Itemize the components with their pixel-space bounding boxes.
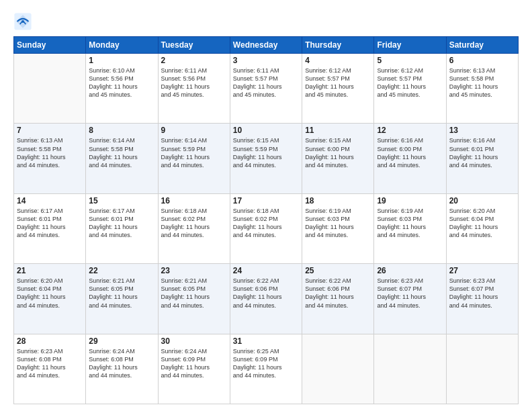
calendar-cell: 4Sunrise: 6:12 AM Sunset: 5:57 PM Daylig… (302, 54, 374, 124)
cell-info: Sunrise: 6:18 AM Sunset: 6:02 PM Dayligh… (161, 207, 227, 240)
calendar-cell (302, 334, 374, 404)
weekday-row: SundayMondayTuesdayWednesdayThursdayFrid… (14, 37, 519, 54)
day-number: 9 (161, 126, 227, 135)
weekday-header-saturday: Saturday (446, 37, 518, 54)
cell-info: Sunrise: 6:22 AM Sunset: 6:06 PM Dayligh… (305, 277, 371, 310)
logo (13, 12, 35, 31)
day-number: 31 (233, 336, 299, 346)
day-number: 25 (305, 266, 371, 275)
cell-info: Sunrise: 6:23 AM Sunset: 6:08 PM Dayligh… (17, 347, 83, 380)
calendar-cell: 7Sunrise: 6:13 AM Sunset: 5:58 PM Daylig… (14, 124, 86, 193)
cell-info: Sunrise: 6:18 AM Sunset: 6:02 PM Dayligh… (233, 207, 299, 240)
day-number: 14 (17, 196, 83, 205)
calendar-cell: 21Sunrise: 6:20 AM Sunset: 6:04 PM Dayli… (14, 264, 86, 334)
calendar-cell: 17Sunrise: 6:18 AM Sunset: 6:02 PM Dayli… (230, 193, 302, 263)
calendar-cell: 31Sunrise: 6:25 AM Sunset: 6:09 PM Dayli… (230, 334, 302, 404)
day-number: 30 (161, 336, 227, 346)
calendar-cell: 28Sunrise: 6:23 AM Sunset: 6:08 PM Dayli… (14, 334, 86, 404)
day-number: 1 (89, 56, 154, 65)
weekday-header-friday: Friday (374, 37, 446, 54)
cell-info: Sunrise: 6:20 AM Sunset: 6:04 PM Dayligh… (449, 207, 515, 240)
cell-info: Sunrise: 6:13 AM Sunset: 5:58 PM Dayligh… (449, 66, 515, 99)
cell-info: Sunrise: 6:12 AM Sunset: 5:57 PM Dayligh… (377, 66, 443, 99)
calendar-cell: 18Sunrise: 6:19 AM Sunset: 6:03 PM Dayli… (302, 193, 374, 263)
calendar-cell: 5Sunrise: 6:12 AM Sunset: 5:57 PM Daylig… (374, 54, 446, 124)
cell-info: Sunrise: 6:17 AM Sunset: 6:01 PM Dayligh… (17, 207, 83, 240)
calendar-cell: 20Sunrise: 6:20 AM Sunset: 6:04 PM Dayli… (446, 193, 518, 263)
calendar-cell: 8Sunrise: 6:14 AM Sunset: 5:58 PM Daylig… (86, 124, 158, 193)
day-number: 4 (305, 56, 371, 65)
page: SundayMondayTuesdayWednesdayThursdayFrid… (0, 0, 532, 411)
day-number: 18 (305, 196, 371, 205)
cell-info: Sunrise: 6:24 AM Sunset: 6:08 PM Dayligh… (89, 347, 154, 380)
day-number: 20 (449, 196, 515, 205)
day-number: 26 (377, 266, 443, 275)
calendar-header: SundayMondayTuesdayWednesdayThursdayFrid… (14, 37, 519, 54)
calendar-cell: 11Sunrise: 6:15 AM Sunset: 6:00 PM Dayli… (302, 124, 374, 193)
calendar-cell: 6Sunrise: 6:13 AM Sunset: 5:58 PM Daylig… (446, 54, 518, 124)
calendar-cell: 2Sunrise: 6:11 AM Sunset: 5:56 PM Daylig… (158, 54, 230, 124)
cell-info: Sunrise: 6:17 AM Sunset: 6:01 PM Dayligh… (89, 207, 154, 240)
week-row: 14Sunrise: 6:17 AM Sunset: 6:01 PM Dayli… (14, 193, 519, 263)
week-row: 28Sunrise: 6:23 AM Sunset: 6:08 PM Dayli… (14, 334, 519, 404)
cell-info: Sunrise: 6:11 AM Sunset: 5:57 PM Dayligh… (233, 66, 299, 99)
calendar-cell: 3Sunrise: 6:11 AM Sunset: 5:57 PM Daylig… (230, 54, 302, 124)
day-number: 16 (161, 196, 227, 205)
calendar-body: 1Sunrise: 6:10 AM Sunset: 5:56 PM Daylig… (14, 54, 519, 404)
weekday-header-tuesday: Tuesday (158, 37, 230, 54)
cell-info: Sunrise: 6:15 AM Sunset: 6:00 PM Dayligh… (305, 136, 371, 169)
cell-info: Sunrise: 6:19 AM Sunset: 6:03 PM Dayligh… (305, 207, 371, 240)
day-number: 7 (17, 126, 83, 135)
calendar-cell: 25Sunrise: 6:22 AM Sunset: 6:06 PM Dayli… (302, 264, 374, 334)
day-number: 6 (449, 56, 515, 65)
weekday-header-sunday: Sunday (14, 37, 86, 54)
calendar-cell: 27Sunrise: 6:23 AM Sunset: 6:07 PM Dayli… (446, 264, 518, 334)
day-number: 3 (233, 56, 299, 65)
cell-info: Sunrise: 6:24 AM Sunset: 6:09 PM Dayligh… (161, 347, 227, 380)
weekday-header-wednesday: Wednesday (230, 37, 302, 54)
cell-info: Sunrise: 6:20 AM Sunset: 6:04 PM Dayligh… (17, 277, 83, 310)
cell-info: Sunrise: 6:23 AM Sunset: 6:07 PM Dayligh… (449, 277, 515, 310)
calendar-cell: 30Sunrise: 6:24 AM Sunset: 6:09 PM Dayli… (158, 334, 230, 404)
calendar-cell (374, 334, 446, 404)
cell-info: Sunrise: 6:13 AM Sunset: 5:58 PM Dayligh… (17, 136, 83, 169)
day-number: 8 (89, 126, 154, 135)
day-number: 29 (89, 336, 154, 346)
day-number: 12 (377, 126, 443, 135)
cell-info: Sunrise: 6:14 AM Sunset: 5:59 PM Dayligh… (161, 136, 227, 169)
cell-info: Sunrise: 6:10 AM Sunset: 5:56 PM Dayligh… (89, 66, 154, 99)
day-number: 27 (449, 266, 515, 275)
calendar-cell: 13Sunrise: 6:16 AM Sunset: 6:01 PM Dayli… (446, 124, 518, 193)
day-number: 15 (89, 196, 154, 205)
cell-info: Sunrise: 6:23 AM Sunset: 6:07 PM Dayligh… (377, 277, 443, 310)
cell-info: Sunrise: 6:21 AM Sunset: 6:05 PM Dayligh… (89, 277, 154, 310)
calendar-cell: 29Sunrise: 6:24 AM Sunset: 6:08 PM Dayli… (86, 334, 158, 404)
calendar-cell: 9Sunrise: 6:14 AM Sunset: 5:59 PM Daylig… (158, 124, 230, 193)
calendar-cell: 26Sunrise: 6:23 AM Sunset: 6:07 PM Dayli… (374, 264, 446, 334)
calendar: SundayMondayTuesdayWednesdayThursdayFrid… (13, 36, 519, 404)
cell-info: Sunrise: 6:12 AM Sunset: 5:57 PM Dayligh… (305, 66, 371, 99)
day-number: 17 (233, 196, 299, 205)
week-row: 1Sunrise: 6:10 AM Sunset: 5:56 PM Daylig… (14, 54, 519, 124)
week-row: 21Sunrise: 6:20 AM Sunset: 6:04 PM Dayli… (14, 264, 519, 334)
weekday-header-thursday: Thursday (302, 37, 374, 54)
day-number: 13 (449, 126, 515, 135)
day-number: 21 (17, 266, 83, 275)
cell-info: Sunrise: 6:19 AM Sunset: 6:03 PM Dayligh… (377, 207, 443, 240)
day-number: 24 (233, 266, 299, 275)
calendar-cell: 1Sunrise: 6:10 AM Sunset: 5:56 PM Daylig… (86, 54, 158, 124)
calendar-cell: 22Sunrise: 6:21 AM Sunset: 6:05 PM Dayli… (86, 264, 158, 334)
cell-info: Sunrise: 6:22 AM Sunset: 6:06 PM Dayligh… (233, 277, 299, 310)
day-number: 28 (17, 336, 83, 346)
cell-info: Sunrise: 6:25 AM Sunset: 6:09 PM Dayligh… (233, 347, 299, 380)
day-number: 19 (377, 196, 443, 205)
header (13, 12, 519, 31)
calendar-cell: 19Sunrise: 6:19 AM Sunset: 6:03 PM Dayli… (374, 193, 446, 263)
day-number: 22 (89, 266, 154, 275)
cell-info: Sunrise: 6:15 AM Sunset: 5:59 PM Dayligh… (233, 136, 299, 169)
day-number: 2 (161, 56, 227, 65)
day-number: 10 (233, 126, 299, 135)
cell-info: Sunrise: 6:11 AM Sunset: 5:56 PM Dayligh… (161, 66, 227, 99)
calendar-cell (446, 334, 518, 404)
cell-info: Sunrise: 6:16 AM Sunset: 6:01 PM Dayligh… (449, 136, 515, 169)
